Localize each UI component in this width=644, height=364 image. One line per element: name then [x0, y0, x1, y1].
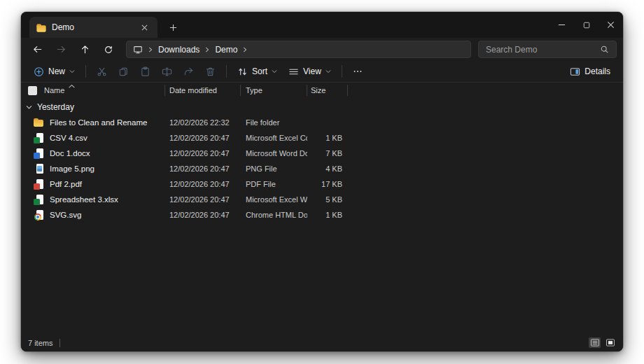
- file-date-modified: 12/02/2026 20:47: [165, 211, 241, 219]
- column-header-type[interactable]: Type: [241, 84, 307, 97]
- details-pane-button[interactable]: Details: [564, 63, 616, 80]
- back-icon[interactable]: [27, 41, 47, 59]
- file-row[interactable]: Image 5.png 12/02/2026 20:47 PNG File 4 …: [21, 161, 623, 176]
- file-size: 1 KB: [307, 134, 348, 142]
- file-name: SVG.svg: [50, 211, 81, 219]
- plus-circle-icon: [34, 66, 44, 77]
- file-name: Doc 1.docx: [50, 149, 90, 158]
- toolbar-divider: [226, 65, 227, 78]
- copy-button[interactable]: [113, 63, 134, 80]
- sort-button[interactable]: Sort: [232, 63, 283, 80]
- chevron-down-icon: [272, 69, 277, 74]
- chevron-right-icon: [148, 47, 153, 52]
- column-header-row: Name Date modified Type Size: [21, 83, 623, 98]
- breadcrumb-downloads[interactable]: Downloads: [158, 45, 200, 55]
- file-size: 7 KB: [307, 149, 348, 158]
- minimize-button[interactable]: [550, 12, 574, 38]
- chevron-down-icon: [326, 69, 331, 74]
- new-button[interactable]: New: [28, 63, 80, 80]
- up-icon[interactable]: [75, 41, 94, 59]
- view-button[interactable]: View: [283, 63, 337, 80]
- status-divider: [59, 339, 60, 347]
- file-row[interactable]: Doc 1.docx 12/02/2026 20:47 Microsoft Wo…: [21, 146, 623, 161]
- cut-button[interactable]: [91, 63, 113, 80]
- status-bar: 7 items: [21, 334, 623, 351]
- tab-bar: Demo: [21, 12, 623, 38]
- file-name-cell: SVG.svg: [28, 210, 165, 220]
- navigation-bar: Downloads Demo: [21, 38, 623, 61]
- maximize-button[interactable]: [574, 12, 598, 38]
- file-row[interactable]: Spreadsheet 3.xlsx 12/02/2026 20:47 Micr…: [21, 192, 623, 207]
- image-file-icon: [34, 164, 44, 174]
- file-rows: Files to Clean and Rename 12/02/2026 22:…: [21, 115, 623, 223]
- paste-icon: [140, 66, 150, 77]
- this-pc-icon[interactable]: [133, 45, 143, 55]
- file-date-modified: 12/02/2026 20:47: [165, 164, 241, 173]
- ellipsis-icon: [353, 66, 363, 76]
- address-bar[interactable]: Downloads Demo: [126, 41, 471, 58]
- group-label: Yesterday: [37, 102, 74, 112]
- column-header-name[interactable]: Name: [28, 84, 165, 97]
- chevron-down-icon: [69, 69, 75, 74]
- column-header-size[interactable]: Size: [307, 84, 348, 97]
- toolbar-divider: [342, 65, 342, 78]
- new-button-label: New: [48, 66, 65, 76]
- search-box[interactable]: [478, 41, 617, 58]
- column-header-date-modified[interactable]: Date modified: [165, 84, 241, 97]
- forward-icon[interactable]: [51, 41, 71, 59]
- file-date-modified: 12/02/2026 22:32: [165, 118, 241, 127]
- file-type: PDF File: [241, 180, 307, 188]
- chevron-down-icon[interactable]: [26, 104, 32, 111]
- search-input[interactable]: [486, 45, 600, 55]
- share-button[interactable]: [178, 63, 200, 80]
- file-name-cell: Pdf 2.pdf: [28, 179, 165, 190]
- details-pane-label: Details: [584, 66, 610, 76]
- excel-file-icon: [34, 195, 44, 205]
- column-size-label: Size: [311, 86, 326, 94]
- thumbnail-view-toggle-icon[interactable]: [604, 337, 616, 348]
- rename-button[interactable]: [156, 63, 178, 80]
- search-icon[interactable]: [600, 45, 609, 54]
- delete-button[interactable]: [200, 63, 221, 80]
- paste-button[interactable]: [134, 63, 156, 80]
- chevron-right-icon: [204, 47, 210, 52]
- explorer-tab-demo[interactable]: Demo: [29, 17, 158, 38]
- pdf-file-icon: [34, 179, 44, 190]
- file-type: PNG File: [241, 164, 307, 173]
- file-list: Yesterday Files to Clean and Rename 12/0…: [21, 99, 623, 223]
- sort-icon: [237, 66, 248, 77]
- file-type: Microsoft Word Doc...: [241, 149, 307, 158]
- file-name-cell: CSV 4.csv: [28, 133, 165, 144]
- details-view-toggle-icon[interactable]: [589, 337, 601, 348]
- file-name: Spreadsheet 3.xlsx: [50, 195, 118, 204]
- file-type: Chrome HTML Docu...: [241, 211, 307, 219]
- folder-icon: [36, 23, 46, 31]
- new-tab-button[interactable]: [164, 19, 181, 36]
- file-row[interactable]: Files to Clean and Rename 12/02/2026 22:…: [21, 115, 623, 130]
- more-options-button[interactable]: [347, 63, 368, 80]
- column-name-label: Name: [44, 86, 64, 94]
- breadcrumb-demo[interactable]: Demo: [215, 45, 237, 55]
- file-row[interactable]: SVG.svg 12/02/2026 20:47 Chrome HTML Doc…: [21, 207, 623, 223]
- file-name-cell: Spreadsheet 3.xlsx: [28, 195, 165, 205]
- file-date-modified: 12/02/2026 20:47: [165, 195, 241, 204]
- file-row[interactable]: Pdf 2.pdf 12/02/2026 20:47 PDF File 17 K…: [21, 176, 623, 192]
- column-type-label: Type: [246, 86, 262, 94]
- file-size: 4 KB: [307, 164, 348, 173]
- sort-ascending-icon: [69, 84, 75, 88]
- group-header-yesterday[interactable]: Yesterday: [21, 99, 623, 115]
- file-name: Pdf 2.pdf: [50, 180, 82, 188]
- column-date-label: Date modified: [169, 86, 217, 94]
- tab-close-icon[interactable]: [138, 21, 150, 34]
- file-type: File folder: [241, 118, 307, 127]
- tab-title: Demo: [52, 22, 132, 32]
- folder-file-icon: [34, 118, 44, 128]
- close-button[interactable]: [598, 12, 623, 38]
- file-row[interactable]: CSV 4.csv 12/02/2026 20:47 Microsoft Exc…: [21, 130, 623, 146]
- file-size: 5 KB: [307, 195, 348, 204]
- chrome-file-icon: [34, 210, 44, 220]
- chevron-right-icon: [242, 47, 248, 52]
- select-all-checkbox[interactable]: [28, 86, 37, 95]
- refresh-icon[interactable]: [99, 41, 118, 59]
- file-date-modified: 12/02/2026 20:47: [165, 149, 241, 158]
